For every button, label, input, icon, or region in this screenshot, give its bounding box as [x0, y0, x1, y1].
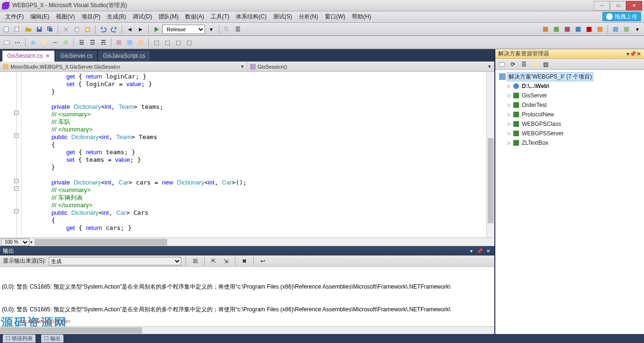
save-all-button[interactable] [45, 25, 55, 34]
menu-help[interactable]: 帮助(H) [349, 11, 375, 22]
project-zltextbox[interactable]: ▷ZLTextBox [496, 138, 643, 148]
expand-icon[interactable]: ▷ [507, 131, 511, 136]
expand-icon[interactable]: ▷ [507, 141, 511, 145]
menu-tools[interactable]: 工具(T) [207, 11, 233, 22]
ext1-button[interactable] [541, 25, 550, 34]
output-hscroll[interactable] [0, 326, 494, 334]
output-tab[interactable]: ☐ 输出 [41, 334, 63, 343]
solution-tree[interactable]: 解决方案'WEBGPS_II' (7 个项目) ▷D:\...\Web\ ▷Gi… [495, 70, 644, 334]
se-pin-icon[interactable]: 📌 [629, 51, 636, 57]
se-home-button[interactable] [497, 60, 507, 69]
tb2-10[interactable] [114, 38, 124, 47]
tb2-1[interactable] [2, 38, 11, 47]
ext8-button[interactable] [622, 25, 631, 34]
new-project-button[interactable] [2, 25, 11, 34]
output-clear2-button[interactable]: ✖ [240, 256, 249, 266]
project-webgpsclass[interactable]: ▷WEBGPSClass [496, 119, 643, 129]
tb2-5[interactable] [50, 38, 60, 47]
expand-icon[interactable]: ▷ [507, 103, 511, 107]
fold-icon[interactable]: − [14, 133, 18, 138]
cut-button[interactable] [61, 25, 71, 34]
paste-button[interactable] [83, 25, 92, 34]
fold-icon[interactable]: − [14, 209, 18, 213]
tb2-7[interactable]: ☱ [77, 38, 86, 47]
ext9-button[interactable]: ▾ [633, 25, 642, 34]
project-ordertest[interactable]: ▷OrderTest [496, 100, 643, 110]
output-text[interactable]: (0,0): 警告 CS1685: 预定义类型“System.Action”是在… [0, 267, 494, 326]
se-refresh-button[interactable]: ⟳ [508, 60, 518, 69]
menu-analyze[interactable]: 分析(N) [295, 11, 322, 22]
member-nav[interactable]: GisSessicn()▾ [247, 62, 494, 71]
tb2-9[interactable]: ☴ [98, 38, 108, 47]
se-showall-button[interactable]: ☰ [519, 60, 528, 69]
project-gisserver[interactable]: ▷GisServer [496, 91, 643, 100]
menu-view[interactable]: 视图(V) [53, 11, 78, 22]
tab-gissessicn[interactable]: GisSessicn.cs✕ [2, 50, 55, 62]
panel-close-icon[interactable]: ✕ [485, 247, 492, 254]
tb2-4[interactable] [39, 38, 49, 47]
undo-button[interactable] [98, 25, 108, 34]
tb2-13[interactable]: ⬚ [152, 38, 161, 47]
ext7-button[interactable] [611, 25, 620, 34]
nav-fwd-button[interactable]: ► [136, 25, 145, 34]
menu-team[interactable]: 团队(M) [155, 11, 182, 22]
tb2-6[interactable] [61, 38, 71, 47]
expand-icon[interactable]: ▷ [507, 112, 511, 117]
fold-icon[interactable]: − [14, 111, 18, 115]
open-button[interactable] [24, 25, 33, 34]
project-protocolnew[interactable]: ▷ProtocolNew [496, 110, 643, 119]
menu-edit[interactable]: 编辑(E) [27, 11, 53, 22]
expand-icon[interactable]: ▷ [507, 84, 511, 88]
error-list-tab[interactable]: ☐ 错误列表 [3, 334, 36, 343]
menu-data[interactable]: 数据(A) [182, 11, 207, 22]
expand-icon[interactable]: ▷ [507, 93, 511, 98]
find-button[interactable] [222, 25, 232, 34]
tb2-14[interactable]: ⬚ [162, 38, 172, 47]
menu-test[interactable]: 测试(S) [270, 11, 295, 22]
menu-debug[interactable]: 调试(D) [129, 11, 155, 22]
output-wrap-button[interactable]: ↩ [258, 256, 268, 266]
copy-button[interactable] [72, 25, 81, 34]
vertical-scrollbar[interactable] [486, 72, 494, 237]
tb2-8[interactable]: ☲ [88, 38, 97, 47]
menu-project[interactable]: 项目(P) [78, 11, 104, 22]
tb2-16[interactable]: ⬚ [184, 38, 194, 47]
tb2-11[interactable] [125, 38, 134, 47]
add-item-button[interactable]: + [13, 25, 22, 34]
config-dropdown-icon[interactable]: ▾ [206, 25, 216, 34]
project-web[interactable]: ▷D:\...\Web\ [496, 81, 643, 91]
tb2-12[interactable] [136, 38, 145, 47]
fold-icon[interactable]: − [14, 179, 18, 183]
menu-window[interactable]: 窗口(W) [322, 11, 349, 22]
save-button[interactable] [35, 25, 44, 34]
upload-button[interactable]: 拖拽上传 [602, 12, 641, 21]
output-prev-button[interactable]: ⇱ [209, 256, 218, 266]
start-button[interactable] [152, 25, 161, 34]
comment-button[interactable]: ☰ [233, 25, 242, 34]
se-view-button[interactable]: ▤ [541, 60, 550, 69]
zoom-select[interactable]: 100 % [1, 238, 29, 246]
close-button[interactable]: ✕ [626, 1, 642, 10]
ext2-button[interactable] [552, 25, 561, 34]
tb2-2[interactable]: ⋯ [13, 38, 22, 47]
type-nav[interactable]: MoonStudio.WEBGPS_II.GisServer.GisSessic… [0, 62, 247, 71]
maximize-button[interactable]: ▭ [610, 1, 626, 10]
panel-dropdown-icon[interactable]: ▾ [468, 247, 474, 254]
code-text[interactable]: get { return loginCar; } set { loginCar … [22, 72, 486, 237]
output-next-button[interactable]: ⇲ [221, 256, 231, 266]
ext3-button[interactable] [563, 25, 572, 34]
nav-back-button[interactable]: ◄ [125, 25, 134, 34]
se-close-icon[interactable]: ✕ [636, 51, 641, 57]
fold-icon[interactable]: − [14, 186, 18, 191]
ext5-button[interactable] [584, 25, 594, 34]
ext4-button[interactable] [573, 25, 583, 34]
code-editor[interactable]: − − − − − get { return loginCar; } set {… [0, 72, 494, 237]
tab-gisjavascript[interactable]: GisJavaScript.cs [98, 50, 150, 62]
config-select[interactable]: Release [162, 25, 205, 34]
se-properties-button[interactable] [530, 60, 539, 69]
minimize-button[interactable]: ─ [594, 1, 610, 10]
ext6-button[interactable] [595, 25, 605, 34]
expand-icon[interactable]: ▷ [507, 122, 511, 126]
menu-build[interactable]: 生成(B) [104, 11, 129, 22]
output-source-select[interactable]: 生成 [49, 257, 181, 265]
